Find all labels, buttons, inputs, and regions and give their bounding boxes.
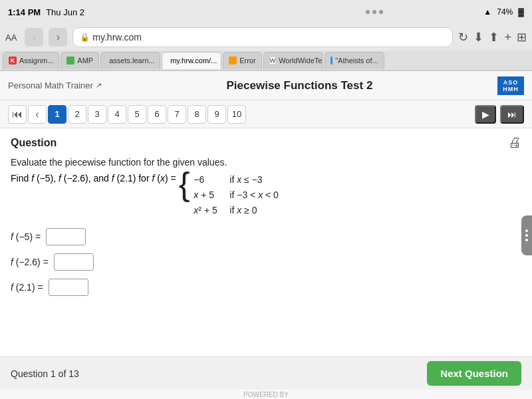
tab-assignm[interactable]: K Assignm... <box>3 52 59 69</box>
tab-worldwidete[interactable]: W WorldWideTe... <box>263 52 323 69</box>
tab-hrw[interactable]: my.hrw.com/... <box>162 52 221 69</box>
back-button[interactable]: ‹ <box>25 28 43 47</box>
piecewise-brace: { <box>179 168 190 201</box>
tab-favicon-amp <box>66 57 74 65</box>
url-label[interactable]: AA <box>5 33 17 43</box>
title-bar: 1:14 PM Thu Jun 2 ▲ 74% ▓ <box>0 0 532 24</box>
share-button[interactable]: ⬆ <box>489 30 499 45</box>
nav-bar: AA ‹ › 🔒 my.hrw.com ↻ ⬇ ⬆ + ⊞ <box>0 24 532 51</box>
tab-favicon-k: K <box>9 57 17 65</box>
reload-button[interactable]: ↻ <box>458 30 468 45</box>
page-4-button[interactable]: 4 <box>108 105 126 124</box>
case-3: x² + 5 if x ≥ 0 <box>194 203 279 217</box>
answer-input-1[interactable] <box>46 228 86 245</box>
print-button[interactable]: 🖨 <box>508 135 521 150</box>
tab-assets[interactable]: assets.learn... <box>100 52 160 69</box>
powered-by: POWERED BY <box>0 390 532 399</box>
browser-chrome: 1:14 PM Thu Jun 2 ▲ 74% ▓ AA ‹ › 🔒 my.hr… <box>0 0 532 71</box>
question-area: Question 🖨 Evaluate the piecewise functi… <box>0 128 532 356</box>
answer-input-2[interactable] <box>54 253 94 271</box>
handle-dots <box>525 229 528 241</box>
personal-math-trainer-label: Personal Math Trainer <box>8 80 93 90</box>
tab-favicon-atheists <box>331 57 333 65</box>
status-icons: ▲ 74% ▓ <box>483 7 524 17</box>
piecewise-intro: Find f (−5), f (−2.6), and f (2.1) for f… <box>11 173 176 184</box>
prev-page-button[interactable]: ‹ <box>28 105 47 124</box>
tab-dots <box>265 10 483 14</box>
battery-icon: ▓ <box>518 7 524 17</box>
question-header: Question 🖨 <box>11 135 521 150</box>
case-1: −6 if x ≤ −3 <box>194 173 279 187</box>
hmh-text: HMH <box>503 86 519 92</box>
aso-hmh-logo: ASO HMH <box>497 76 524 95</box>
answer-label-1: f (−5) = <box>11 231 41 242</box>
new-tab-button[interactable]: + <box>504 31 511 45</box>
next-question-button[interactable]: Next Question <box>427 361 521 386</box>
question-label: Question <box>11 137 57 149</box>
page-2-button[interactable]: 2 <box>68 105 86 124</box>
answer-row-1: f (−5) = <box>11 228 521 245</box>
answer-label-2: f (−2.6) = <box>11 257 49 267</box>
app-header-right: ASO HMH <box>497 76 524 95</box>
page-title: Piecewise Functions Test 2 <box>102 79 497 92</box>
answer-input-3[interactable] <box>49 279 88 296</box>
page-5-button[interactable]: 5 <box>128 105 146 124</box>
skip-button[interactable]: ⏭ <box>500 105 524 124</box>
date-display: Thu Jun 2 <box>46 7 265 17</box>
answer-row-3: f (2.1) = <box>11 279 521 296</box>
pagination-bar: ⏮ ‹ 1 2 3 4 5 6 7 8 9 10 ▶ ⏭ <box>0 100 532 128</box>
tabs-button[interactable]: ⊞ <box>517 30 527 45</box>
external-link-icon: ↗ <box>96 81 102 90</box>
piecewise-function: Find f (−5), f (−2.6), and f (2.1) for f… <box>11 173 521 217</box>
address-bar[interactable]: 🔒 my.hrw.com <box>72 27 453 47</box>
tab-favicon-world: W <box>269 57 277 65</box>
forward-button[interactable]: › <box>49 28 67 47</box>
time-display: 1:14 PM <box>8 7 41 17</box>
page-3-button[interactable]: 3 <box>88 105 106 124</box>
aso-text: ASO <box>503 79 519 86</box>
page-1-button[interactable]: 1 <box>48 105 66 124</box>
page-9-button[interactable]: 9 <box>207 105 226 124</box>
question-counter: Question 1 of 13 <box>11 368 79 379</box>
answer-row-2: f (−2.6) = <box>11 253 521 271</box>
question-instruction: Evaluate the piecewise function for the … <box>11 157 521 168</box>
page-content: Personal Math Trainer ↗ Piecewise Functi… <box>0 71 532 399</box>
side-panel-handle[interactable] <box>521 215 532 255</box>
play-button[interactable]: ▶ <box>475 105 496 124</box>
answer-label-3: f (2.1) = <box>11 282 43 293</box>
download-button[interactable]: ⬇ <box>473 30 483 45</box>
wifi-icon: ▲ <box>483 7 491 17</box>
url-text: my.hrw.com <box>92 32 142 43</box>
tab-favicon-error <box>229 57 237 65</box>
tab-error[interactable]: Error <box>223 52 261 69</box>
page-6-button[interactable]: 6 <box>148 105 166 124</box>
tabs-bar: K Assignm... AMP assets.learn... my.hrw.… <box>0 51 532 70</box>
page-7-button[interactable]: 7 <box>168 105 186 124</box>
tab-atheists[interactable]: "Atheists of... <box>325 52 384 69</box>
case-2: x + 5 if −3 < x < 0 <box>194 188 279 202</box>
footer: Question 1 of 13 Next Question <box>0 356 532 390</box>
app-header-left: Personal Math Trainer ↗ <box>8 80 102 90</box>
tab-amp[interactable]: AMP <box>61 52 99 69</box>
piecewise-cases: −6 if x ≤ −3 x + 5 if −3 < x < 0 x² + 5 … <box>194 173 279 217</box>
page-10-button[interactable]: 10 <box>227 105 246 124</box>
first-page-button[interactable]: ⏮ <box>8 105 27 124</box>
app-header: Personal Math Trainer ↗ Piecewise Functi… <box>0 71 532 100</box>
lock-icon: 🔒 <box>80 33 90 42</box>
battery-display: 74% <box>497 7 513 17</box>
page-8-button[interactable]: 8 <box>188 105 206 124</box>
